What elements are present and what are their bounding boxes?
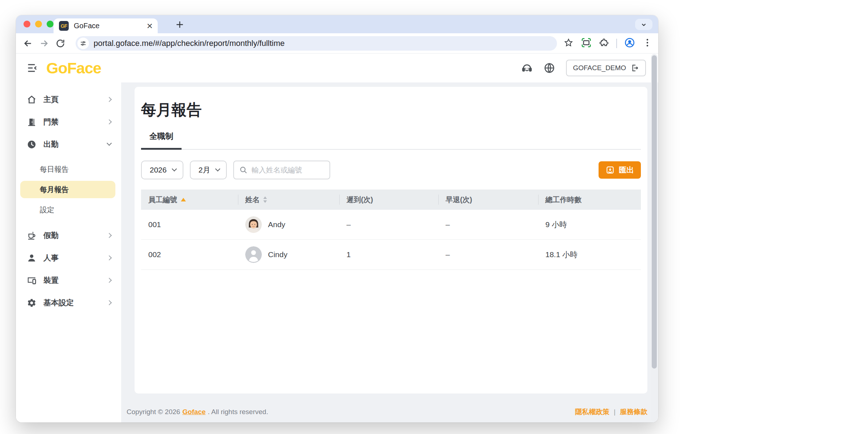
sidebar-item-devices[interactable]: 裝置 [16, 269, 121, 292]
sidebar-item-label: 假勤 [43, 230, 59, 241]
main-content: 每月報告 全職制 2026 2月 [121, 82, 658, 422]
export-button[interactable]: 匯出 [599, 161, 641, 179]
column-header-total-hours: 總工作時數 [538, 190, 641, 210]
year-value: 2026 [150, 166, 167, 174]
close-window-button[interactable] [24, 21, 30, 27]
cell-total-hours: 18.1 小時 [538, 250, 641, 260]
cell-late: – [339, 220, 438, 229]
month-select[interactable]: 2月 [190, 161, 227, 179]
privacy-policy-link[interactable]: 隱私權政策 [575, 407, 609, 417]
tab-favicon: GF [59, 21, 69, 31]
tab-close-icon[interactable]: × [147, 22, 153, 30]
page-scrollbar[interactable] [651, 54, 658, 422]
column-label: 早退(次) [446, 195, 472, 205]
cell-employee-id: 001 [141, 220, 238, 229]
url-bar[interactable]: portal.goface.me/#/app/checkin/report/mo… [76, 36, 557, 51]
minimize-window-button[interactable] [35, 21, 42, 27]
table-row[interactable]: 002 Cindy 1 – 18.1 小時 [141, 240, 641, 270]
app-logo[interactable]: GoFace [46, 59, 101, 77]
app-header: GoFace GOFACE_DEMO [16, 54, 658, 82]
new-tab-button[interactable] [174, 19, 185, 30]
search-box[interactable] [233, 161, 330, 179]
chevron-right-icon [107, 300, 112, 305]
sidebar-item-access-control[interactable]: 門禁 [16, 111, 121, 133]
url-text[interactable]: portal.goface.me/#/app/checkin/report/mo… [94, 39, 285, 48]
table-row[interactable]: 001 Andy – – 9 小時 [141, 210, 641, 240]
sidebar-collapse-icon[interactable] [26, 62, 38, 74]
cell-early-leave: – [438, 250, 538, 259]
cell-name: Andy [238, 216, 339, 233]
search-icon [239, 166, 248, 174]
language-globe-icon[interactable] [544, 62, 555, 74]
sidebar-item-home[interactable]: 主頁 [16, 88, 121, 111]
column-header-employee-id[interactable]: 員工編號 [141, 190, 238, 210]
chevron-right-icon [107, 278, 112, 283]
person-icon [27, 253, 37, 263]
cell-early-leave: – [438, 220, 538, 229]
sidebar-item-attendance[interactable]: 出勤 [16, 133, 121, 156]
subitem-label: 設定 [40, 205, 54, 215]
export-label: 匯出 [619, 165, 634, 175]
sort-ascending-icon [181, 198, 186, 201]
browser-toolbar: portal.goface.me/#/app/checkin/report/mo… [16, 33, 658, 54]
chevron-right-icon [107, 119, 112, 124]
table-header: 員工編號 姓名 遲到(次) 早退(次) [141, 190, 641, 210]
page-body: 主頁 門禁 出勤 每日報告 [16, 82, 658, 422]
report-tabs: 全職制 [141, 131, 641, 150]
cell-employee-id: 002 [141, 250, 238, 259]
month-value: 2月 [199, 165, 210, 175]
forward-button[interactable] [38, 37, 51, 50]
clock-icon [27, 140, 37, 149]
sidebar-subitem-daily-report[interactable]: 每日報告 [16, 159, 121, 179]
attendance-submenu: 每日報告 每月報告 設定 [16, 159, 121, 220]
browser-tab[interactable]: GF GoFace × [54, 18, 158, 33]
profile-avatar-icon[interactable] [624, 37, 635, 50]
sidebar-item-label: 基本設定 [43, 298, 74, 308]
tab-fulltime[interactable]: 全職制 [141, 131, 182, 150]
copyright-suffix: . All rights reserved. [208, 408, 268, 416]
chevron-down-icon [172, 166, 177, 171]
sidebar-subitem-monthly-report[interactable]: 每月報告 [20, 181, 115, 198]
page-title: 每月報告 [141, 100, 641, 120]
column-label: 總工作時數 [545, 195, 582, 205]
bookmark-star-icon[interactable] [563, 38, 574, 49]
screenshot-icon[interactable] [581, 37, 592, 50]
cell-late: 1 [339, 250, 438, 259]
devices-icon [27, 276, 37, 285]
sidebar-item-leave[interactable]: 假勤 [16, 224, 121, 247]
site-settings-icon[interactable] [77, 38, 89, 49]
zoom-window-button[interactable] [47, 21, 54, 27]
sidebar-item-personnel[interactable]: 人事 [16, 247, 121, 269]
back-button[interactable] [22, 37, 34, 50]
tab-search-button[interactable] [635, 19, 652, 30]
terms-of-service-link[interactable]: 服務條款 [620, 407, 647, 417]
column-header-late: 遲到(次) [339, 190, 438, 210]
account-name: GOFACE_DEMO [573, 64, 626, 72]
search-input[interactable] [251, 166, 324, 174]
footer-links-separator: | [614, 408, 616, 416]
sidebar-item-label: 出勤 [43, 139, 59, 149]
year-select[interactable]: 2026 [141, 161, 183, 179]
logout-icon [630, 64, 639, 72]
copyright-text: Copyright © 2026 Goface . All rights res… [127, 408, 268, 416]
support-icon[interactable] [521, 62, 533, 74]
sidebar-item-label: 門禁 [43, 117, 59, 127]
filter-bar: 2026 2月 匯出 [141, 161, 641, 179]
column-header-name[interactable]: 姓名 [238, 190, 339, 210]
extensions-icon[interactable] [599, 38, 609, 49]
account-button[interactable]: GOFACE_DEMO [566, 60, 646, 76]
subitem-label: 每日報告 [40, 165, 69, 174]
column-label: 員工編號 [148, 195, 177, 205]
chevron-right-icon [107, 255, 112, 260]
sidebar-item-basic-settings[interactable]: 基本設定 [16, 292, 121, 314]
employee-name: Cindy [268, 250, 288, 259]
scrollbar-thumb[interactable] [652, 55, 657, 369]
footer-links: 隱私權政策 | 服務條款 [575, 407, 647, 417]
tab-title: GoFace [74, 22, 99, 30]
sidebar-subitem-settings[interactable]: 設定 [16, 200, 121, 220]
footer-brand-link[interactable]: Goface [182, 408, 205, 416]
reload-button[interactable] [54, 37, 67, 50]
column-label: 姓名 [245, 195, 260, 205]
browser-menu-icon[interactable] [642, 38, 652, 49]
coffee-icon [27, 231, 37, 241]
